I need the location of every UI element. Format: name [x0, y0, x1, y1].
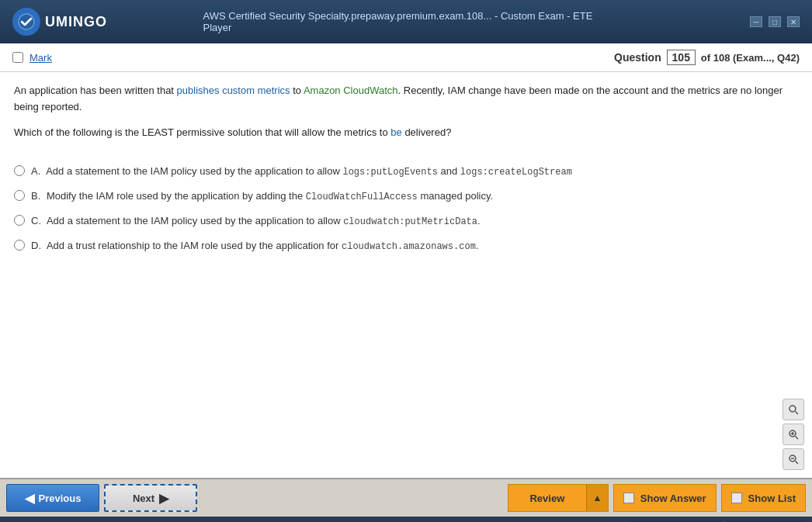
restore-button[interactable]: □ [769, 16, 781, 27]
next-button[interactable]: Next ▶ [104, 484, 197, 512]
search-button[interactable] [783, 399, 804, 420]
option-c-radio[interactable] [14, 215, 25, 226]
code-logs-put: logs:putLogEvents [342, 167, 437, 178]
show-list-icon [731, 493, 742, 503]
window-title: AWS Certified Security Specialty.prepawa… [203, 10, 609, 33]
option-b-radio[interactable] [14, 190, 25, 201]
code-cloudwatch-amazonaws: cloudwatch.amazonaws.com [342, 241, 476, 252]
previous-button[interactable]: ◀ Previous [6, 484, 99, 512]
zoom-in-button[interactable] [783, 423, 804, 445]
option-b-label: B. Modify the IAM role used by the appli… [31, 188, 493, 204]
option-b-row: B. Modify the IAM role used by the appli… [14, 188, 798, 204]
mark-checkbox[interactable] [12, 52, 23, 63]
options-list: A. Add a statement to the IAM policy use… [0, 164, 812, 275]
question-number: 105 [667, 50, 696, 65]
action-bar: Save Session End Exam [0, 517, 812, 522]
review-dropdown-icon[interactable]: ▲ [586, 485, 608, 511]
show-list-label: Show List [748, 493, 796, 504]
question-label: Question [614, 51, 661, 64]
option-d-label: D. Add a trust relationship to the IAM r… [31, 238, 478, 254]
highlight-1: publishes custom metrics [177, 85, 290, 96]
question-number-area: Question 105 of 108 (Exam..., Q42) [614, 50, 800, 65]
zoom-out-button[interactable] [783, 448, 804, 470]
code-cloudwatch-full: CloudWatchFullAccess [306, 192, 418, 202]
option-c-row: C. Add a statement to the IAM policy use… [14, 213, 798, 229]
show-answer-button[interactable]: Show Answer [613, 484, 717, 512]
code-logs-create: logs:createLogStream [460, 167, 572, 178]
next-label: Next [133, 493, 154, 504]
minimize-button[interactable]: ─ [750, 16, 762, 27]
question-body: An application has been written that pub… [0, 72, 812, 164]
logo-text: UMINGO [45, 14, 107, 30]
svg-line-2 [796, 412, 799, 415]
logo-icon [12, 8, 40, 36]
show-answer-icon [623, 493, 634, 503]
svg-line-4 [796, 437, 799, 440]
side-tools [783, 399, 804, 470]
question-info: of 108 (Exam..., Q42) [701, 52, 800, 64]
previous-arrow-icon: ◀ [25, 491, 34, 506]
next-arrow-icon: ▶ [159, 491, 168, 506]
content-wrapper: An application has been written that pub… [0, 72, 812, 478]
previous-label: Previous [39, 493, 82, 504]
svg-line-8 [796, 462, 799, 465]
highlight-3: be [390, 126, 401, 138]
option-a-row: A. Add a statement to the IAM policy use… [14, 164, 798, 179]
option-c-label: C. Add a statement to the IAM policy use… [31, 213, 481, 229]
review-label: Review [508, 485, 586, 511]
highlight-2: Amazon CloudWatch [304, 85, 398, 96]
option-a-label: A. Add a statement to the IAM policy use… [31, 164, 572, 179]
question-text: An application has been written that pub… [14, 83, 798, 116]
show-answer-label: Show Answer [640, 493, 706, 504]
logo: UMINGO [12, 8, 107, 36]
question-prompt: Which of the following is the LEAST perm… [14, 125, 798, 141]
code-cloudwatch-put: cloudwatch:putMetricData [343, 216, 477, 227]
review-button[interactable]: Review ▲ [508, 484, 609, 512]
mark-label[interactable]: Mark [29, 52, 52, 64]
bottom-toolbar: ◀ Previous Next ▶ Review ▲ Show Answer S… [0, 478, 812, 517]
option-d-row: D. Add a trust relationship to the IAM r… [14, 238, 798, 254]
show-list-button[interactable]: Show List [721, 484, 806, 512]
svg-point-1 [789, 406, 796, 412]
title-bar: UMINGO AWS Certified Security Specialty.… [0, 0, 812, 43]
close-button[interactable]: ✕ [787, 16, 800, 27]
window-controls: ─ □ ✕ [750, 16, 800, 27]
question-header: Mark Question 105 of 108 (Exam..., Q42) [0, 43, 812, 72]
option-a-radio[interactable] [14, 165, 25, 176]
option-d-radio[interactable] [14, 240, 25, 251]
